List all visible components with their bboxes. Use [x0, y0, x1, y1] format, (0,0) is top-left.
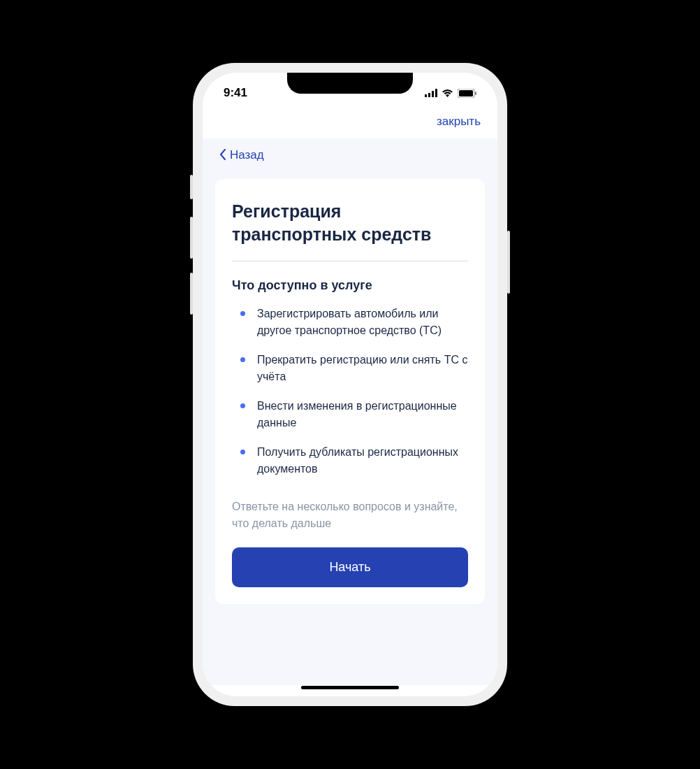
svg-rect-5 — [459, 90, 473, 96]
list-item: Получить дубликаты регистрационных докум… — [245, 444, 468, 477]
chevron-left-icon — [219, 149, 226, 162]
bullet-list: Зарегистрировать автомобиль или другое т… — [232, 306, 468, 477]
phone-notch — [287, 73, 413, 94]
section-title: Что доступно в услуге — [232, 278, 468, 293]
list-item: Зарегистрировать автомобиль или другое т… — [245, 306, 468, 339]
home-indicator[interactable] — [301, 686, 399, 689]
power-button — [507, 231, 510, 294]
phone-frame: 9:41 — [193, 63, 507, 706]
service-card: Регистрация транспортных средств Что дос… — [215, 179, 485, 604]
svg-rect-3 — [435, 89, 437, 97]
page-title: Регистрация транспортных средств — [232, 200, 468, 245]
volume-up-button — [190, 217, 193, 259]
status-time: 9:41 — [224, 86, 247, 100]
phone-screen: 9:41 — [203, 73, 497, 696]
svg-rect-0 — [425, 94, 427, 97]
svg-rect-2 — [432, 91, 434, 97]
start-button[interactable]: Начать — [232, 547, 468, 587]
svg-rect-1 — [428, 93, 430, 97]
back-button[interactable]: Назад — [203, 138, 497, 172]
content-area: Назад Регистрация транспортных средств Ч… — [203, 138, 497, 685]
list-item: Прекратить регистрацию или снять ТС с уч… — [245, 352, 468, 385]
close-button[interactable]: закрыть — [437, 115, 481, 129]
list-item: Внести изменения в регистрационные данны… — [245, 398, 468, 431]
cellular-icon — [425, 89, 437, 97]
volume-button — [190, 175, 193, 199]
hint-text: Ответьте на несколько вопросов и узнайте… — [232, 498, 468, 532]
battery-icon — [458, 89, 476, 98]
close-bar: закрыть — [203, 108, 497, 138]
divider — [232, 261, 468, 261]
wifi-icon — [442, 89, 453, 97]
status-icons — [425, 89, 476, 98]
volume-down-button — [190, 273, 193, 315]
svg-rect-6 — [475, 92, 476, 95]
back-label: Назад — [230, 148, 264, 162]
